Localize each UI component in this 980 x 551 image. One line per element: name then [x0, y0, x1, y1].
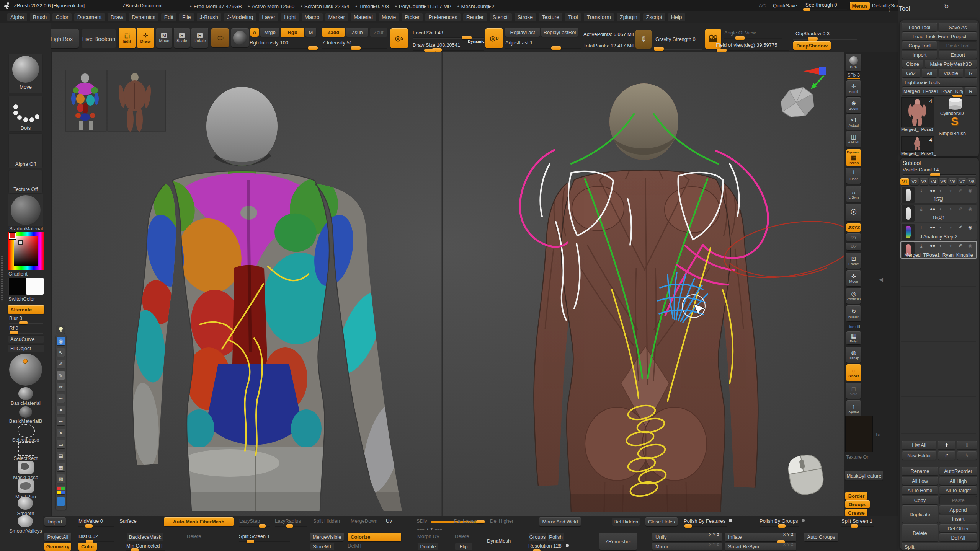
secondary-color-swatch[interactable] — [26, 278, 44, 295]
mergevisible-button[interactable]: MergeVisible — [310, 533, 344, 541]
basic-material-b-icon[interactable] — [19, 406, 32, 418]
auto-reorder-button[interactable]: AutoReorder — [939, 467, 977, 476]
crease-button[interactable]: Crease — [845, 509, 867, 517]
angle-of-view-slider[interactable]: Angle Of View — [724, 30, 756, 36]
current-stroke-slot[interactable]: Dots — [8, 96, 43, 132]
linefill-button[interactable]: Line Fill — [846, 323, 861, 330]
groups-mode-button[interactable]: Groups — [528, 533, 547, 541]
menu-brush[interactable]: Brush — [29, 13, 51, 21]
tray-collapse-icon[interactable]: ⟨ — [888, 6, 890, 13]
adjust-last-slider[interactable]: AdjustLast 1 — [505, 40, 533, 46]
texture-slot[interactable]: Texture Off — [8, 170, 43, 194]
menu-zscript[interactable]: Zscript — [643, 13, 666, 21]
palette-icon[interactable] — [57, 486, 65, 494]
subtool-item-3[interactable]: ⤓●●◐◑✐◉Merged_TPose1_Ryan_Kingslie — [900, 241, 977, 259]
menu-movie[interactable]: Movie — [378, 13, 399, 21]
move-to-top-button[interactable]: ↱ — [938, 451, 956, 460]
delmt-button[interactable]: DelMT — [348, 543, 362, 549]
pen-icon[interactable]: ✎ — [57, 371, 65, 380]
paste-subtool-button[interactable]: Paste — [939, 496, 977, 504]
bpr-button[interactable]: BPR — [846, 54, 861, 71]
camlock-button[interactable]: ⦿ — [846, 204, 861, 221]
marker-icon[interactable]: ✒ — [57, 394, 65, 403]
cylinder3d-icon[interactable] — [946, 97, 965, 110]
border-button[interactable]: Border — [845, 492, 867, 500]
color-preview-sphere[interactable] — [9, 354, 42, 386]
document-canvas[interactable] — [52, 52, 844, 516]
menu-edit[interactable]: Edit — [161, 13, 177, 21]
fov-slider[interactable]: Field of view(deg) 39.59775 — [716, 42, 777, 48]
polish-by-groups-slider[interactable]: Polish By Groups — [760, 518, 798, 524]
subtool-tab-v3[interactable]: V3 — [920, 178, 928, 185]
simple-brush-icon[interactable]: S — [951, 115, 959, 128]
actual-button[interactable]: ×1Actual — [846, 114, 861, 130]
rotate3d-button[interactable]: ↻Rotate — [846, 305, 861, 321]
undo-icon[interactable]: ↩ — [57, 417, 65, 425]
mask-pen-icon[interactable] — [18, 479, 34, 493]
reset-icon[interactable]: ↻ — [944, 3, 949, 10]
move-to-bottom-button[interactable]: ↳ — [957, 451, 977, 460]
quicksave-button[interactable]: QuickSave — [773, 3, 797, 8]
draw-size-icon-button[interactable]: ◎D — [485, 28, 503, 48]
menu-color[interactable]: Color — [52, 13, 72, 21]
load-tool-button[interactable]: Load Tool — [902, 23, 937, 31]
persp-button[interactable]: Dynamic▦Persp — [846, 149, 861, 166]
auto-groups-button[interactable]: Auto Groups — [804, 533, 838, 541]
document-thumbnail-1[interactable] — [65, 70, 106, 131]
move-up-button[interactable]: ⬆ — [938, 441, 956, 450]
split-screen-left-slider[interactable]: Split Screen 1 — [239, 533, 270, 539]
zremesher-button[interactable]: ZRemesher — [599, 533, 637, 550]
export-tool-button[interactable]: Export — [939, 51, 977, 59]
copy-tool-button[interactable]: Copy Tool — [902, 41, 937, 50]
menu-transform[interactable]: Transform — [583, 13, 614, 21]
delete-dim2-button[interactable]: Delete — [455, 533, 469, 539]
image-icon[interactable]: ▤ — [57, 452, 65, 460]
select-lasso-icon[interactable] — [18, 424, 35, 438]
close-holes-button[interactable]: Close Holes — [645, 517, 678, 526]
color-picker[interactable] — [8, 232, 44, 270]
midvalue-slider[interactable]: MidValue 0 — [78, 518, 103, 524]
subtool-tab-v1[interactable]: V1 — [900, 178, 909, 185]
new-folder-button[interactable]: New Folder — [902, 451, 936, 460]
menu-render[interactable]: Render — [463, 13, 487, 21]
blue-swatch-icon[interactable] — [57, 497, 65, 506]
alternate-button[interactable]: Alternate — [8, 305, 44, 314]
menu-alpha[interactable]: Alpha — [7, 13, 28, 21]
gradient-label[interactable]: Gradient — [8, 271, 43, 277]
import-tool-button[interactable]: Import — [902, 51, 937, 59]
menu-material[interactable]: Material — [350, 13, 376, 21]
menu-stroke[interactable]: Stroke — [514, 13, 536, 21]
screen-icon[interactable]: ▭ — [57, 440, 65, 448]
del-lower-button[interactable]: Del Lower — [454, 518, 477, 524]
menu-document[interactable]: Document — [74, 13, 105, 21]
geometry-button[interactable]: Geometry — [44, 543, 71, 551]
see-through-knob[interactable] — [803, 8, 810, 11]
texture-on-label[interactable]: Texture On — [846, 455, 869, 460]
subtool-title[interactable]: Subtool — [903, 160, 921, 166]
replay-last-button[interactable]: ReplayLast — [505, 28, 540, 37]
xyz-button[interactable]: ↺XYZ — [846, 223, 861, 232]
backfacemask-button[interactable]: BackfaceMask — [126, 533, 164, 541]
clone-button[interactable]: Clone — [902, 60, 923, 68]
polish-mode-button[interactable]: Polish — [547, 533, 564, 541]
subtool-item-1[interactable]: ⤓●●◐◑✐◉15강1 — [900, 204, 977, 222]
colorize-button[interactable]: Colorize — [348, 533, 401, 541]
copy-subtool-button[interactable]: Copy — [902, 496, 938, 504]
texture-preview[interactable] — [845, 416, 873, 452]
paste-tool-button[interactable]: Paste Tool — [939, 41, 977, 50]
menu-marker[interactable]: Marker — [325, 13, 349, 21]
shelf-grip[interactable] — [424, 49, 436, 52]
del-all-button[interactable]: Del All — [939, 533, 977, 542]
ghost-button[interactable]: ◌Ghost — [846, 364, 861, 381]
pen-slash-icon[interactable]: ✐ — [57, 360, 65, 368]
xpose-button[interactable]: ↕Xpose — [846, 400, 861, 416]
mask-by-feature-button[interactable]: MaskByFeature — [845, 471, 883, 481]
fill-object-button[interactable]: FillObject — [8, 344, 44, 352]
move-button[interactable]: MMove — [156, 28, 172, 48]
photo-icon[interactable]: ▦ — [57, 463, 65, 471]
rf-slider[interactable]: Rf 0 — [9, 325, 18, 331]
roty-button[interactable]: ↺Y — [846, 233, 861, 241]
menu-picker[interactable]: Picker — [401, 13, 423, 21]
document-thumbnail-2[interactable] — [108, 70, 166, 132]
gravity-strength-slider[interactable]: Gravity Strength 0 — [655, 36, 696, 42]
